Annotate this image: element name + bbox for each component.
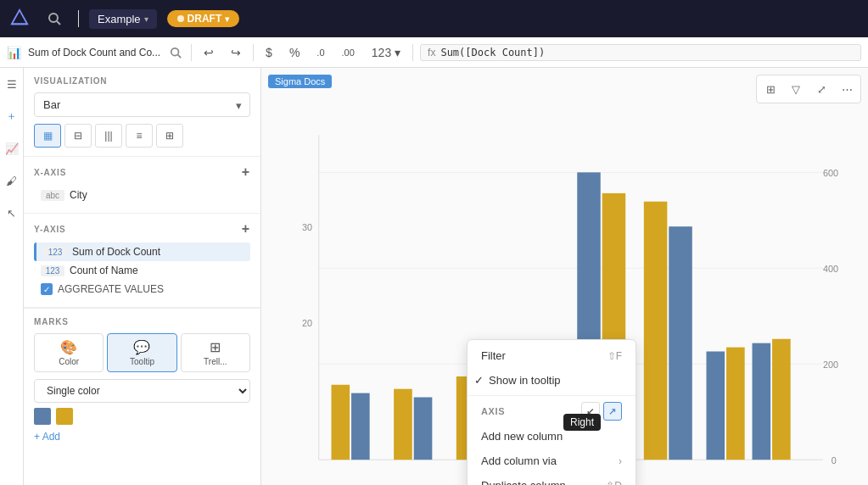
menu-item-duplicate[interactable]: Duplicate column ⇧D xyxy=(468,473,636,485)
x-axis-city-label: City xyxy=(70,189,87,201)
mark-trellis-btn[interactable]: ⊞ Trell... xyxy=(181,333,250,372)
x-axis-city[interactable]: abc City xyxy=(34,186,250,204)
color-mark-icon: 🎨 xyxy=(60,339,77,355)
y-axis-add-btn[interactable]: + xyxy=(242,222,250,236)
menu-item-filter[interactable]: Filter ⇧F xyxy=(468,343,636,368)
color-select[interactable]: Single color xyxy=(34,379,250,403)
draft-chevron: ▾ xyxy=(225,14,229,24)
draft-badge[interactable]: DRAFT ▾ xyxy=(167,10,240,27)
add-link[interactable]: + Add xyxy=(34,431,60,443)
svg-line-5 xyxy=(178,54,182,58)
chart-type-bar-v4[interactable]: ⊞ xyxy=(156,124,183,148)
decimal-left-button[interactable]: .0 xyxy=(311,46,329,59)
svg-rect-28 xyxy=(669,226,692,460)
search-button[interactable] xyxy=(41,5,68,32)
fx-label: fx xyxy=(428,47,435,59)
svg-rect-31 xyxy=(753,343,771,460)
color-swatch-blue[interactable] xyxy=(34,408,51,425)
formula-bar-title: Sum of Dock Count and Co... xyxy=(28,47,160,59)
visualization-label: VISUALIZATION xyxy=(34,76,250,86)
svg-text:600: 600 xyxy=(823,168,838,178)
axis-right-btn[interactable]: ↗ xyxy=(603,402,622,421)
chart-filter-btn[interactable]: ▽ xyxy=(784,77,808,101)
num-badge-1: 123 xyxy=(43,247,67,258)
color-swatch-row xyxy=(34,403,250,430)
svg-text:30: 30 xyxy=(302,222,312,232)
chart-more-btn[interactable]: ⋯ xyxy=(835,77,859,101)
x-axis-section: X-AXIS + abc City xyxy=(24,157,260,213)
left-icon-brush[interactable]: 🖌 xyxy=(3,171,21,190)
chart-type-icons: ▦ ⊟ ||| ≡ ⊞ xyxy=(34,124,250,148)
aggregate-label: AGGREGATE VALUES xyxy=(58,283,164,295)
mark-color-btn[interactable]: 🎨 Color xyxy=(34,333,104,372)
menu-item-add-via[interactable]: Add column via › xyxy=(468,449,636,473)
logo-icon xyxy=(10,8,31,29)
chart-area: Sigma Docs ⊞ ▽ ⤢ ⋯ 0 200 400 600 20 30 xyxy=(261,68,868,485)
search-formula-button[interactable] xyxy=(167,44,184,61)
show-in-tooltip-label: Show in tooltip xyxy=(489,374,561,387)
svg-rect-29 xyxy=(706,351,725,460)
currency-button[interactable]: $ xyxy=(260,44,277,61)
menu-item-show-tooltip[interactable]: ✓ Show in tooltip xyxy=(468,368,636,393)
left-icons: ☰ ＋ 📈 🖌 ↖ xyxy=(0,68,24,485)
tooltip-mark-icon: 💬 xyxy=(133,339,150,355)
y-axis-label: Y-AXIS + xyxy=(34,222,250,236)
draft-label: DRAFT xyxy=(188,13,222,25)
axis-section-label: AXIS ↙ ↗ xyxy=(468,399,636,424)
svg-rect-27 xyxy=(644,202,668,460)
y-axis-sum-dock[interactable]: 123 Sum of Dock Count xyxy=(34,242,250,261)
left-icon-menu[interactable]: ☰ xyxy=(3,75,21,93)
left-icon-cursor[interactable]: ↖ xyxy=(3,203,21,222)
num-badge-2: 123 xyxy=(41,265,64,276)
viz-type-select[interactable]: Bar Line Scatter xyxy=(34,92,250,117)
chart-type-bar-v2[interactable]: ||| xyxy=(95,124,122,148)
color-mark-label: Color xyxy=(59,357,79,366)
visualization-section: VISUALIZATION Bar Line Scatter ▦ ⊟ ||| ≡… xyxy=(24,68,260,156)
svg-point-2 xyxy=(49,14,58,22)
marks-section: MARKS 🎨 Color 💬 Tooltip ⊞ Trell... Singl… xyxy=(24,308,260,451)
breadcrumb[interactable]: Example ▾ xyxy=(89,9,157,29)
svg-text:200: 200 xyxy=(823,360,838,370)
svg-rect-30 xyxy=(726,348,745,460)
formula-input-area: fx Sum([Dock Count]) xyxy=(420,44,861,61)
chart-expand-btn[interactable]: ⤢ xyxy=(809,77,833,101)
svg-text:20: 20 xyxy=(302,318,312,328)
abc-badge: abc xyxy=(41,190,64,201)
trellis-mark-icon: ⊞ xyxy=(210,339,221,355)
aggregate-checkbox[interactable]: ✓ xyxy=(41,283,53,295)
tooltip-right-label: Right xyxy=(570,416,594,428)
mark-tooltip-btn[interactable]: 💬 Tooltip xyxy=(107,333,176,372)
decimal-right-button[interactable]: .00 xyxy=(337,46,360,59)
percent-button[interactable]: % xyxy=(284,44,305,61)
chart-grid-btn[interactable]: ⊞ xyxy=(759,77,782,101)
x-axis-add-btn[interactable]: + xyxy=(242,165,250,179)
redo-button[interactable]: ↪ xyxy=(226,44,246,61)
y-axis-count-name-label: Count of Name xyxy=(70,265,138,276)
chart-type-bar-v3[interactable]: ≡ xyxy=(126,124,153,148)
chart-type-stacked[interactable]: ⊟ xyxy=(64,124,92,148)
y-axis-count-name[interactable]: 123 Count of Name xyxy=(34,261,250,280)
svg-text:0: 0 xyxy=(832,455,837,465)
svg-rect-20 xyxy=(414,398,433,460)
tooltip-mark-label: Tooltip xyxy=(130,357,154,366)
trellis-mark-label: Trell... xyxy=(204,357,227,366)
left-icon-plus[interactable]: ＋ xyxy=(3,107,21,125)
svg-rect-32 xyxy=(772,339,791,460)
menu-item-add-column[interactable]: Add new column xyxy=(468,424,636,449)
left-icon-chart[interactable]: 📈 xyxy=(3,139,21,158)
chart-toolbar: ⊞ ▽ ⤢ ⋯ xyxy=(756,75,861,103)
tooltip-right: Right xyxy=(563,414,601,431)
number-button[interactable]: 123 ▾ xyxy=(367,44,406,61)
y-axis-sum-dock-label: Sum of Dock Count xyxy=(72,246,160,258)
breadcrumb-label: Example xyxy=(98,13,141,25)
check-icon: ✓ xyxy=(474,374,484,387)
duplicate-shortcut: ⇧D xyxy=(606,480,622,486)
context-menu: Filter ⇧F ✓ Show in tooltip AXIS ↙ ↗ Add… xyxy=(467,339,636,485)
x-axis-label: X-AXIS + xyxy=(34,165,250,179)
undo-button[interactable]: ↩ xyxy=(199,44,219,61)
color-swatch-yellow[interactable] xyxy=(56,408,73,425)
chart-type-bar[interactable]: ▦ xyxy=(34,124,61,148)
add-column-via-label: Add column via xyxy=(481,454,557,467)
breadcrumb-chevron: ▾ xyxy=(144,14,148,24)
top-nav: Example ▾ DRAFT ▾ xyxy=(0,0,868,37)
